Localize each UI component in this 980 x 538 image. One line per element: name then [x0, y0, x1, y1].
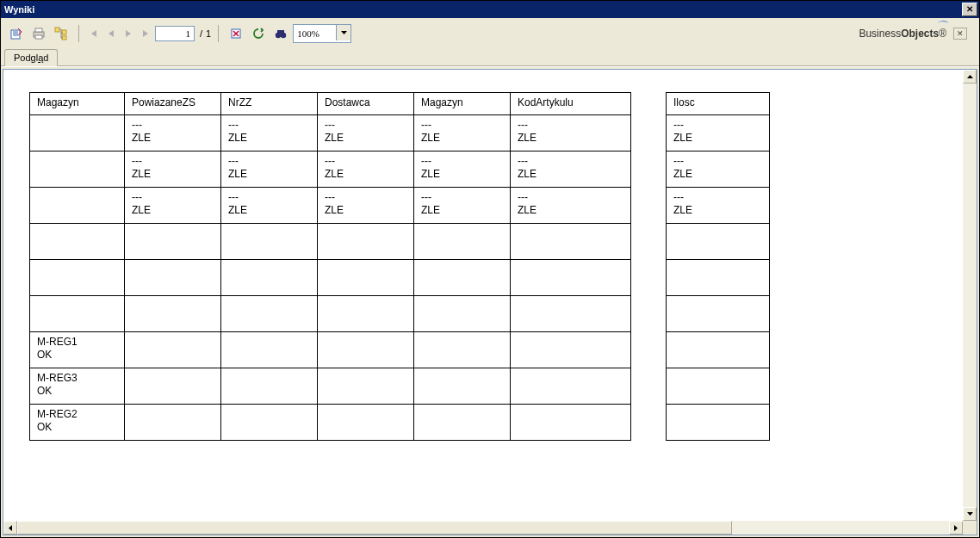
table-row: ---ZLE: [667, 152, 770, 188]
table-row: [667, 296, 770, 332]
close-icon: ✕: [966, 5, 973, 14]
tree-icon: [54, 27, 68, 40]
table-cell: ---ZLE: [414, 115, 511, 152]
column-header: PowiazaneZS: [125, 93, 221, 115]
table-cell: [667, 296, 770, 332]
panel-close-button[interactable]: ✕: [953, 28, 967, 40]
column-header: Dostawca: [318, 93, 414, 115]
table-cell: [30, 188, 125, 224]
scroll-thumb-horizontal[interactable]: [17, 521, 732, 535]
scroll-track-horizontal[interactable]: [17, 521, 949, 535]
zoom-dropdown-arrow[interactable]: [336, 25, 350, 40]
report-viewport[interactable]: MagazynPowiazaneZSNrZZDostawcaMagazynKod…: [3, 69, 977, 535]
table-cell: ---ZLE: [667, 188, 770, 224]
toolbar: / 1 100% ⌒ B: [1, 22, 979, 47]
table-cell: [30, 296, 125, 332]
results-table-main: MagazynPowiazaneZSNrZZDostawcaMagazynKod…: [29, 92, 631, 441]
next-page-button[interactable]: [121, 26, 136, 41]
column-header: KodArtykulu: [511, 93, 631, 115]
table-row: [667, 332, 770, 368]
table-cell: [414, 368, 511, 405]
table-cell: [414, 260, 511, 296]
prev-page-button[interactable]: [103, 26, 119, 41]
scroll-right-button[interactable]: [949, 521, 963, 535]
table-cell: [125, 224, 221, 260]
chevron-right-icon: [954, 525, 958, 531]
table-cell: ---ZLE: [318, 188, 414, 224]
table-cell: [511, 224, 631, 260]
table-cell: M-REG3OK: [30, 368, 125, 405]
export-icon: [9, 27, 23, 40]
table-cell: [318, 260, 414, 296]
last-page-icon: [141, 29, 150, 38]
table-cell: ---ZLE: [125, 188, 221, 224]
content-wrap: MagazynPowiazaneZSNrZZDostawcaMagazynKod…: [1, 66, 979, 537]
table-row: [667, 260, 770, 296]
refresh-icon: [251, 27, 265, 40]
table-cell: [30, 260, 125, 296]
table-cell: [318, 405, 414, 441]
table-cell: [318, 368, 414, 405]
table-cell: [221, 332, 318, 368]
svg-rect-3: [35, 35, 42, 39]
toolbar-separator: [218, 25, 219, 42]
first-page-button[interactable]: [86, 26, 102, 41]
table-cell: ---ZLE: [667, 152, 770, 188]
print-button[interactable]: [28, 23, 49, 44]
table-cell: [511, 368, 631, 405]
table-cell: ---ZLE: [511, 188, 631, 224]
tab-preview[interactable]: Podgląd: [4, 49, 58, 66]
binoculars-icon: [274, 27, 288, 40]
zoom-value: 100%: [297, 28, 319, 39]
scroll-track-vertical[interactable]: [963, 83, 977, 507]
close-button[interactable]: ✕: [962, 3, 977, 16]
title-bar: Wyniki ✕: [1, 1, 979, 18]
group-tree-button[interactable]: [51, 23, 71, 44]
close-icon: ✕: [957, 29, 964, 38]
table-row: [30, 260, 631, 296]
tables-container: MagazynPowiazaneZSNrZZDostawcaMagazynKod…: [29, 92, 977, 441]
table-row: [30, 224, 631, 260]
horizontal-scrollbar[interactable]: [3, 521, 977, 535]
table-cell: ---ZLE: [221, 152, 318, 188]
table-row: [667, 405, 770, 441]
svg-rect-2: [35, 28, 42, 32]
vertical-scrollbar[interactable]: [963, 70, 977, 521]
page-number-input[interactable]: [155, 26, 195, 41]
table-cell: ---ZLE: [125, 152, 221, 188]
table-cell: [667, 405, 770, 441]
table-row: ---ZLE: [667, 115, 770, 152]
brand-logo: ⌒ BusinessObjects®: [859, 28, 946, 40]
window-title: Wyniki: [4, 4, 34, 15]
scroll-left-button[interactable]: [3, 521, 17, 535]
svg-rect-4: [55, 28, 59, 32]
refresh-button[interactable]: [248, 23, 269, 44]
table-cell: [414, 296, 511, 332]
table-cell: [667, 332, 770, 368]
last-page-button[interactable]: [138, 26, 153, 41]
table-cell: ---ZLE: [511, 115, 631, 152]
export-button[interactable]: [6, 23, 27, 44]
table-row: [30, 296, 631, 332]
page-separator: /: [200, 28, 202, 39]
find-button[interactable]: [270, 23, 291, 44]
scroll-up-button[interactable]: [963, 70, 977, 83]
tab-row: Podgląd: [1, 49, 979, 65]
zoom-select[interactable]: 100%: [293, 24, 351, 43]
app-window: Wyniki ✕: [0, 0, 980, 538]
table-row: M-REG1OK: [30, 332, 631, 368]
toolbar-area: / 1 100% ⌒ B: [1, 18, 979, 66]
scroll-down-button[interactable]: [963, 507, 977, 521]
table-cell: [125, 296, 221, 332]
chevron-down-icon: [967, 512, 973, 516]
table-cell: M-REG2OK: [30, 405, 125, 441]
table-cell: [221, 260, 318, 296]
chevron-down-icon: [341, 31, 347, 34]
table-cell: [318, 296, 414, 332]
table-row: [667, 368, 770, 405]
table-cell: ---ZLE: [125, 115, 221, 152]
stop-button[interactable]: [226, 23, 246, 44]
table-row: ---ZLE---ZLE---ZLE---ZLE---ZLE: [30, 115, 631, 152]
table-cell: [125, 260, 221, 296]
table-row: M-REG3OK: [30, 368, 631, 405]
